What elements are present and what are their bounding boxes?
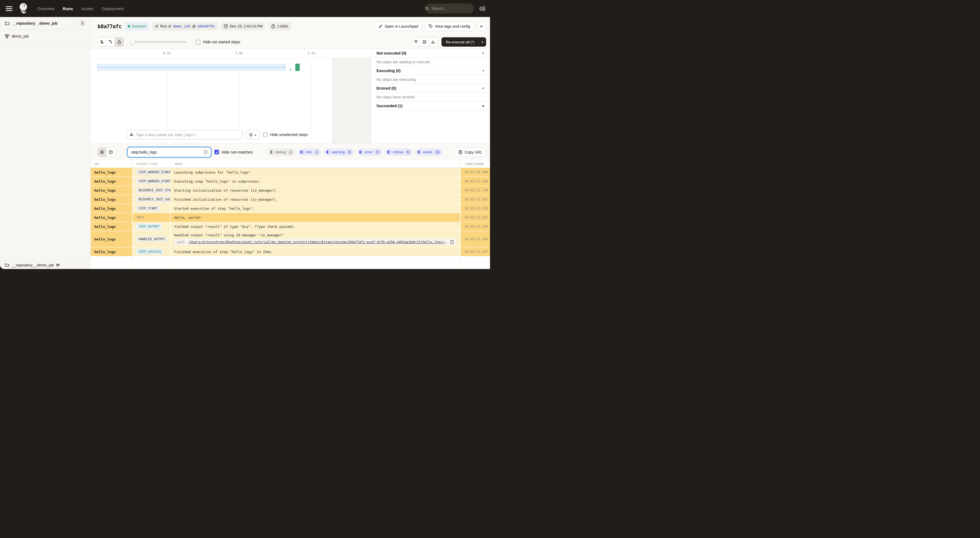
checkbox-icon[interactable]: [196, 40, 200, 45]
event-type-cell: RESOURCE_INIT_STAR…: [133, 186, 170, 195]
steps-section-empty-message: No steps are executing: [371, 75, 490, 84]
nav-item-assets[interactable]: Assets: [81, 6, 94, 11]
nav-item-deployment[interactable]: Deployment: [102, 6, 124, 11]
view-tags-config-button[interactable]: View tags and config: [425, 22, 474, 31]
log-level-label: event: [423, 150, 432, 154]
log-table-row[interactable]: hello_logsHANDLED_OUTPUTHandled output "…: [91, 231, 490, 247]
event-type-chip: HANDLED_OUTPUT: [136, 236, 167, 242]
toggle-icon: [300, 150, 304, 154]
gantt-step-bar-hello-logs[interactable]: [295, 64, 300, 71]
hide-unselected-checkbox[interactable]: Hide unselected steps: [263, 132, 308, 137]
log-table-row[interactable]: hello_logsSTEP_SUCCESSFinished execution…: [91, 247, 490, 256]
path-link[interactable]: /Users/erincochran/Desktop/asset_tutoria…: [189, 240, 446, 244]
log-table-row[interactable]: hello_logsSTEP_WORKER_STARTI…Launching s…: [91, 168, 490, 177]
gantt-chart-body: ▲ Hide unselected steps: [91, 58, 371, 143]
gantt-chart: 0.5s1.0s1.5s: [91, 49, 371, 143]
hide-not-started-checkbox[interactable]: Hide not started steps: [196, 40, 240, 45]
log-filter-input-wrap: [127, 147, 211, 157]
steps-section-header-3[interactable]: Errored (0)▼: [371, 84, 490, 93]
info-text: Launching subprocess for "hello_logs".: [174, 170, 253, 174]
log-level-chip-error[interactable]: error0: [357, 148, 382, 156]
list-view-icon[interactable]: [98, 148, 107, 157]
clear-filter-icon[interactable]: [204, 150, 208, 154]
log-table-row[interactable]: hello_logsRESOURCE_INIT_STAR…Starting in…: [91, 186, 490, 195]
graph-query-toggle-button[interactable]: ▲: [246, 130, 260, 139]
event-type-chip: STEP_SUCCESS: [136, 249, 164, 255]
steps-section-title: Executing (0): [377, 68, 401, 73]
collapse-bottom-icon[interactable]: [412, 38, 420, 46]
column-header-event-type: EVENT TYPE: [133, 161, 170, 167]
dagster-logo-icon[interactable]: [18, 2, 29, 14]
gantt-selection-region[interactable]: [98, 64, 285, 71]
steps-section-header-1[interactable]: Not executed (0)▼: [371, 49, 490, 57]
info-text: Started execution of step "hello_logs".: [174, 207, 255, 210]
commit-link[interactable]: b6eb0f91: [198, 24, 215, 28]
reload-icon[interactable]: ⟳: [56, 263, 60, 267]
global-search[interactable]: /: [425, 3, 474, 13]
gear-icon[interactable]: ⚙: [479, 6, 485, 11]
event-type-cell: INFO: [133, 213, 170, 222]
log-level-chip-critical[interactable]: critical0: [385, 148, 413, 156]
log-table-row[interactable]: hello_logsINFOHello, world!14:43:12.222: [91, 213, 490, 222]
copy-url-button[interactable]: Copy URL: [455, 148, 486, 157]
search-input[interactable]: [431, 6, 481, 11]
waterfall-view-icon[interactable]: [107, 38, 115, 46]
zoom-slider-handle[interactable]: [130, 40, 135, 45]
timestamp-cell: 14:43:12.222: [461, 213, 490, 222]
log-table-row[interactable]: hello_logsSTEP_STARTStarted execution of…: [91, 204, 490, 213]
timestamp-cell: 14:43:12.247: [461, 247, 490, 256]
log-level-chip-event[interactable]: event16: [415, 148, 442, 156]
open-launchpad-button[interactable]: Open in Launchpad: [375, 22, 422, 31]
zoom-slider[interactable]: [131, 41, 187, 43]
run-actions-dropdown-button[interactable]: [477, 22, 486, 31]
split-panels-icon[interactable]: [420, 38, 429, 46]
log-level-count-badge: 0: [405, 150, 411, 155]
log-level-chip-warning[interactable]: warning0: [324, 148, 354, 156]
info-text: Yielded output "result" of type "Any". (…: [174, 224, 296, 229]
steps-section-header-4[interactable]: Succeeded (1)▶: [371, 102, 490, 110]
log-level-label: critical: [393, 150, 403, 154]
log-level-chip-info[interactable]: info1: [298, 148, 321, 156]
layers-icon: [249, 133, 253, 137]
caret-right-icon: ▶: [483, 105, 485, 107]
log-table-row[interactable]: hello_logsRESOURCE_INIT_SUCC…Finished in…: [91, 195, 490, 204]
nav-item-runs[interactable]: Runs: [63, 6, 73, 11]
sidebar-item-repository[interactable]: __repository__demo_job 1: [0, 17, 91, 30]
checkbox-icon[interactable]: [263, 132, 267, 137]
timestamp-cell: 14:43:12.176: [461, 186, 490, 195]
timing-view-icon[interactable]: [115, 38, 123, 46]
menu-icon[interactable]: [5, 4, 14, 13]
log-level-chip-debug[interactable]: debug1: [267, 148, 296, 156]
gantt-step-marker-icon[interactable]: [289, 69, 291, 71]
copy-path-icon[interactable]: [450, 240, 454, 244]
pencil-icon: [379, 24, 382, 28]
flat-view-icon[interactable]: [98, 38, 107, 46]
status-dot-icon: [128, 25, 130, 27]
info-text: Executing step "hello_logs" in subproces…: [174, 179, 261, 183]
sidebar: __repository__demo_job 1 demo_job __repo…: [0, 17, 91, 269]
nav-item-overview[interactable]: Overview: [37, 6, 54, 11]
steps-section-title: Succeeded (1): [377, 103, 402, 108]
job-link[interactable]: demo_job: [173, 24, 190, 28]
gantt-toolbar: Hide not started steps Re-execute all (*…: [91, 35, 490, 49]
collapse-top-icon[interactable]: [429, 38, 438, 46]
datetime-badge: Dec 15, 2:43:10 PM: [221, 22, 265, 30]
log-filter-input[interactable]: [131, 150, 204, 154]
log-level-count-badge: 1: [314, 150, 320, 155]
op-cell: hello_logs: [91, 247, 133, 256]
log-level-count-badge: 1: [288, 150, 293, 155]
empty-column: [461, 256, 490, 269]
reexecute-caret-icon[interactable]: ▼: [479, 37, 486, 47]
step-subset-input[interactable]: [136, 133, 240, 137]
structured-view-icon[interactable]: [107, 148, 115, 157]
sidebar-item-demo-job[interactable]: demo_job: [0, 30, 91, 43]
hide-non-matches-checkbox[interactable]: Hide non-matches: [215, 150, 253, 154]
reexecute-all-button[interactable]: Re-execute all (*) ▼: [441, 37, 486, 47]
history-icon: ↺: [155, 24, 159, 29]
log-table-row[interactable]: hello_logsSTEP_OUTPUTYielded output "res…: [91, 222, 490, 231]
log-view-segmented-control: [98, 148, 115, 157]
log-table-row[interactable]: hello_logsSTEP_WORKER_STARTEDExecuting s…: [91, 177, 490, 186]
checkbox-checked-icon[interactable]: [215, 150, 219, 154]
steps-section-header-2[interactable]: Executing (0)▼: [371, 66, 490, 75]
toggle-icon: [270, 150, 274, 154]
